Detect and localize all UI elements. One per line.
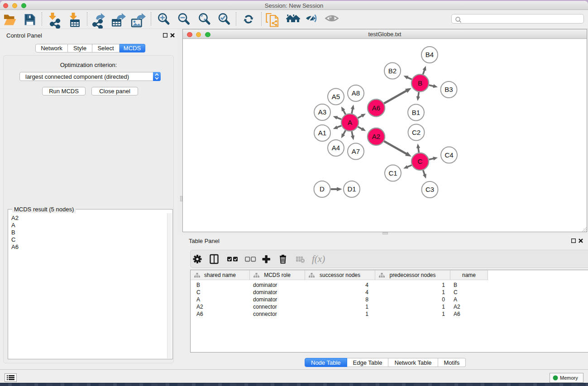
svg-text:A3: A3 (318, 108, 326, 116)
svg-text:A7: A7 (352, 148, 360, 155)
svg-text:D1: D1 (347, 185, 356, 193)
svg-text:B4: B4 (425, 51, 434, 58)
svg-text:Memory: Memory (560, 375, 578, 381)
svg-text:C: C (418, 157, 423, 165)
svg-text:A5: A5 (332, 93, 340, 100)
svg-text:A6: A6 (372, 104, 380, 112)
svg-text:B2: B2 (388, 67, 397, 75)
svg-text:A4: A4 (332, 144, 340, 152)
svg-text:C4: C4 (445, 151, 453, 159)
svg-text:A1: A1 (318, 129, 326, 137)
svg-text:C3: C3 (425, 186, 434, 193)
svg-text:f(x): f(x) (312, 253, 325, 264)
svg-text:C1: C1 (388, 169, 397, 177)
svg-text:A8: A8 (352, 89, 360, 97)
svg-text:B: B (418, 79, 422, 87)
svg-text:C2: C2 (412, 129, 421, 136)
svg-text:B1: B1 (412, 109, 420, 116)
svg-text:B3: B3 (445, 86, 453, 93)
svg-text:A2: A2 (372, 133, 380, 140)
svg-text:D: D (320, 185, 325, 193)
svg-text:A: A (348, 119, 352, 126)
